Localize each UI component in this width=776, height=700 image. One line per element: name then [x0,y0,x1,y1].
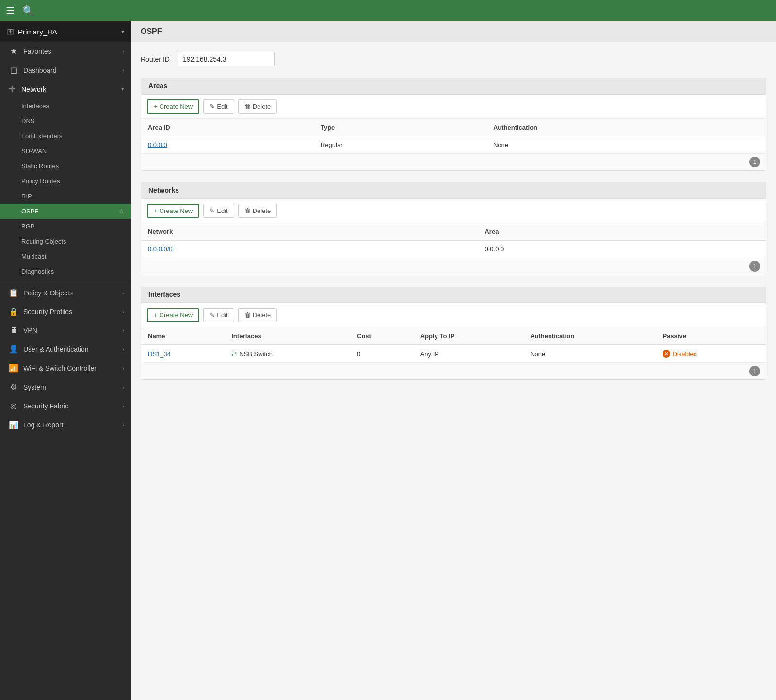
favorites-arrow: › [122,49,124,54]
vpn-arrow: › [122,327,124,333]
interfaces-create-plus: + [154,311,158,319]
networks-edit-button[interactable]: ✎ Edit [203,204,234,218]
networks-delete-button[interactable]: 🗑 Delete [238,204,277,218]
security-fabric-label: Security Fabric [23,402,68,410]
sidebar-item-ospf[interactable]: OSPF ☆ [0,204,131,219]
interface-arrows-icon: ⇄ [231,350,237,358]
sidebar-item-bgp[interactable]: BGP [0,219,131,234]
fortiextenders-label: FortiExtenders [21,132,63,140]
policy-objects-icon: 📋 [9,288,18,297]
sidebar-item-policy-objects[interactable]: 📋 Policy & Objects › [0,283,131,302]
areas-row-id: 0.0.0.0 [141,136,314,154]
security-fabric-icon: ◎ [9,401,18,410]
interfaces-delete-icon: 🗑 [244,311,251,319]
sidebar-item-wifi-switch[interactable]: 📶 WiFi & Switch Controller › [0,358,131,377]
sidebar-item-sdwan[interactable]: SD-WAN [0,144,131,159]
sidebar-item-interfaces[interactable]: Interfaces [0,98,131,114]
ifaces-row-apply-ip: Any IP [414,345,523,363]
sidebar-item-multicast[interactable]: Multicast [0,249,131,264]
network-arrow: ▾ [121,86,124,92]
areas-edit-label: Edit [217,103,227,110]
sidebar-item-security-fabric[interactable]: ◎ Security Fabric › [0,396,131,415]
sidebar-item-routing-objects[interactable]: Routing Objects [0,234,131,249]
router-id-input[interactable] [178,52,275,66]
networks-title: Networks [141,182,766,198]
networks-edit-icon: ✎ [210,207,215,214]
sidebar-item-dashboard-label: Dashboard [23,66,57,74]
interfaces-count: 1 [749,366,760,376]
sidebar-item-rip[interactable]: RIP [0,189,131,204]
security-profiles-label: Security Profiles [23,308,72,316]
areas-count: 1 [749,157,760,167]
sidebar-item-security-profiles[interactable]: 🔒 Security Profiles › [0,302,131,321]
sidebar-item-favorites[interactable]: ★ Favorites › [0,42,131,61]
areas-col-type: Type [314,119,486,136]
policy-routes-label: Policy Routes [21,178,60,185]
ifaces-row-cost: 0 [350,345,414,363]
ifaces-row-interface: ⇄NSB Switch [225,345,350,363]
sidebar-item-log-report[interactable]: 📊 Log & Report › [0,415,131,434]
interfaces-delete-button[interactable]: 🗑 Delete [238,308,277,322]
ifaces-col-apply-ip: Apply To IP [414,327,523,345]
ospf-star-icon: ☆ [118,208,124,215]
sidebar-section-network[interactable]: ✛ Network ▾ [0,80,131,98]
interfaces-create-button[interactable]: + Create New [147,308,199,322]
areas-edit-icon: ✎ [210,103,215,110]
networks-table-container: + Create New ✎ Edit 🗑 Delete [141,198,766,275]
areas-delete-button[interactable]: 🗑 Delete [238,99,277,114]
areas-col-auth: Authentication [486,119,766,136]
areas-delete-icon: 🗑 [244,103,251,110]
networks-toolbar: + Create New ✎ Edit 🗑 Delete [141,199,766,223]
sidebar-item-dns[interactable]: DNS [0,114,131,129]
interfaces-table-header: Name Interfaces Cost Apply To IP Authent… [141,327,766,345]
sidebar-item-fortiextenders[interactable]: FortiExtenders [0,129,131,144]
vpn-label: VPN [23,326,37,334]
networks-section: Networks + Create New ✎ Edit 🗑 [141,182,766,275]
wifi-switch-label: WiFi & Switch Controller [23,364,97,372]
sidebar-item-policy-routes[interactable]: Policy Routes [0,174,131,189]
multicast-label: Multicast [21,253,46,260]
passive-status: ✕ Disabled [663,350,759,358]
sidebar-item-diagnostics[interactable]: Diagnostics [0,264,131,279]
log-report-icon: 📊 [9,420,18,429]
search-icon[interactable]: 🔍 [22,5,34,16]
sidebar-header[interactable]: ⊞ Primary_HA ▾ [0,21,131,42]
wifi-icon: 📶 [9,363,18,373]
ifaces-row-passive: ✕ Disabled [656,345,766,363]
areas-toolbar: + Create New ✎ Edit 🗑 Delete [141,95,766,119]
rip-label: RIP [21,193,32,200]
security-fabric-arrow: › [122,403,124,409]
areas-delete-label: Delete [253,103,271,110]
areas-table: Area ID Type Authentication 0.0.0.0 Regu… [141,119,766,153]
menu-icon[interactable]: ☰ [6,5,15,16]
page-title: OSPF [131,21,776,42]
interfaces-delete-label: Delete [253,311,271,319]
vpn-icon: 🖥 [9,326,18,335]
sidebar-item-system[interactable]: ⚙ System › [0,377,131,396]
divider-1 [0,281,131,281]
policy-objects-arrow: › [122,290,124,296]
ifaces-row-name: DS1_34 [141,345,225,363]
sidebar-item-dashboard[interactable]: ◫ Dashboard › [0,61,131,80]
networks-create-button[interactable]: + Create New [147,204,199,218]
sidebar-item-vpn[interactable]: 🖥 VPN › [0,321,131,340]
networks-table: Network Area 0.0.0.0/0 0.0.0.0 [141,223,766,258]
interfaces-create-label: Create New [160,311,193,319]
ifaces-col-passive: Passive [656,327,766,345]
favorites-icon: ★ [9,47,18,56]
areas-create-button[interactable]: + Create New [147,99,199,114]
table-row: 0.0.0.0/0 0.0.0.0 [141,241,766,258]
interfaces-table-container: + Create New ✎ Edit 🗑 Delete [141,303,766,380]
ospf-label: OSPF [21,208,38,215]
system-arrow: › [122,384,124,390]
table-row: 0.0.0.0 Regular None [141,136,766,154]
sidebar-item-static-routes[interactable]: Static Routes [0,159,131,174]
sdwan-label: SD-WAN [21,147,47,155]
areas-edit-button[interactable]: ✎ Edit [203,99,234,114]
sidebar-item-user-auth[interactable]: 👤 User & Authentication › [0,340,131,358]
interfaces-title: Interfaces [141,287,766,303]
areas-create-plus: + [154,103,158,110]
security-profiles-icon: 🔒 [9,307,18,316]
areas-table-container: + Create New ✎ Edit 🗑 Delete [141,94,766,171]
interfaces-edit-button[interactable]: ✎ Edit [203,308,234,322]
